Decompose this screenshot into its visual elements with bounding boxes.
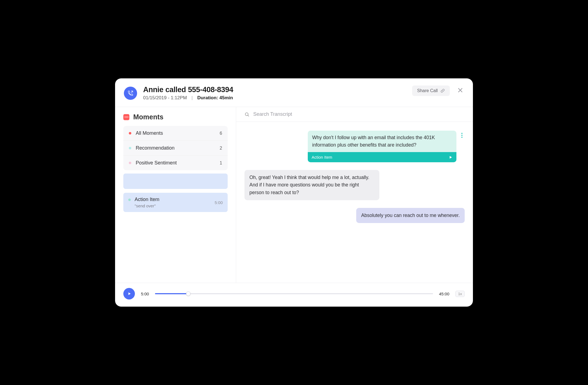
highlight-tag-row[interactable]: Action Item	[308, 152, 456, 162]
category-count: 6	[220, 131, 222, 136]
body: Moments All Moments 6 Recommendation 2 P…	[115, 107, 473, 283]
playback-speed[interactable]: 1x	[455, 291, 465, 297]
transcript-message: Why don't I follow up with an email that…	[244, 131, 465, 162]
category-label: All Moments	[136, 130, 220, 136]
header: Annie called 555-408-8394 01/15/2019 - 1…	[115, 78, 473, 107]
call-title: Annie called 555-408-8394	[143, 86, 406, 94]
current-time: 5:00	[141, 292, 149, 296]
moment-card-placeholder[interactable]	[123, 174, 228, 189]
highlighted-moment[interactable]: Why don't I follow up with an email that…	[308, 131, 456, 162]
call-date: 01/15/2019	[143, 95, 167, 100]
audio-player: 5:00 45:00 1x	[115, 283, 473, 307]
highlight-tag-label: Action Item	[312, 155, 332, 160]
search-icon	[244, 112, 249, 117]
sidebar-title: Moments	[133, 113, 164, 121]
transcript-message: Oh, great! Yeah I think that would help …	[244, 170, 465, 200]
sidebar-title-row: Moments	[123, 113, 228, 121]
moment-category-list: All Moments 6 Recommendation 2 Positive …	[123, 126, 228, 170]
seek-fill	[155, 293, 188, 294]
category-all-moments[interactable]: All Moments 6	[123, 126, 228, 141]
transcript-stream: Why don't I follow up with an email that…	[236, 122, 473, 283]
close-button[interactable]	[456, 87, 464, 95]
category-recommendation[interactable]: Recommendation 2	[123, 141, 228, 155]
header-actions: Share Call	[412, 86, 464, 96]
duration-value: 45min	[219, 95, 233, 100]
category-count: 2	[220, 146, 222, 151]
category-dot	[129, 147, 131, 149]
search-transcript-input[interactable]	[253, 111, 465, 117]
seek-track[interactable]	[155, 293, 433, 294]
action-item-label: Action Item	[135, 197, 215, 202]
outbound-call-icon	[124, 87, 137, 100]
call-transcript-window: Annie called 555-408-8394 01/15/2019 - 1…	[115, 78, 473, 307]
play-icon	[449, 155, 453, 159]
seek-thumb[interactable]	[186, 292, 190, 296]
link-icon	[440, 89, 445, 93]
duration-label: Duration:	[197, 95, 218, 100]
share-label: Share Call	[417, 88, 438, 93]
svg-point-0	[245, 113, 248, 116]
highlight-text: Why don't I follow up with an email that…	[308, 131, 456, 152]
play-button[interactable]	[123, 288, 135, 299]
action-item-snippet: "send over"	[135, 204, 215, 208]
header-text: Annie called 555-408-8394 01/15/2019 - 1…	[143, 86, 406, 101]
category-positive-sentiment[interactable]: Positive Sentiment 1	[123, 155, 228, 170]
category-dot	[129, 132, 131, 134]
share-call-button[interactable]: Share Call	[412, 86, 450, 96]
action-item-dot	[128, 199, 131, 201]
action-item-timestamp: 5:00	[215, 200, 223, 205]
search-row	[236, 107, 473, 122]
close-icon	[457, 87, 463, 93]
message-bubble-other[interactable]: Oh, great! Yeah I think that would help …	[244, 170, 379, 200]
total-time: 45:00	[439, 292, 450, 296]
moments-sidebar: Moments All Moments 6 Recommendation 2 P…	[115, 107, 236, 283]
message-bubble-self[interactable]: Absolutely you can reach out to me whene…	[356, 208, 465, 223]
category-dot	[129, 162, 131, 164]
category-label: Recommendation	[136, 145, 220, 151]
category-label: Positive Sentiment	[136, 160, 220, 166]
transcript-message: Absolutely you can reach out to me whene…	[244, 208, 465, 223]
moment-card-action-item[interactable]: Action Item "send over" 5:00	[123, 193, 228, 212]
play-icon	[127, 292, 131, 296]
category-count: 1	[220, 161, 222, 166]
transcript-panel: Why don't I follow up with an email that…	[236, 107, 473, 283]
call-time: 1:12PM	[171, 95, 187, 100]
call-meta: 01/15/2019 - 1:12PM | Duration: 45min	[143, 95, 406, 101]
message-more-menu[interactable]	[459, 131, 465, 138]
moments-icon	[123, 114, 129, 120]
